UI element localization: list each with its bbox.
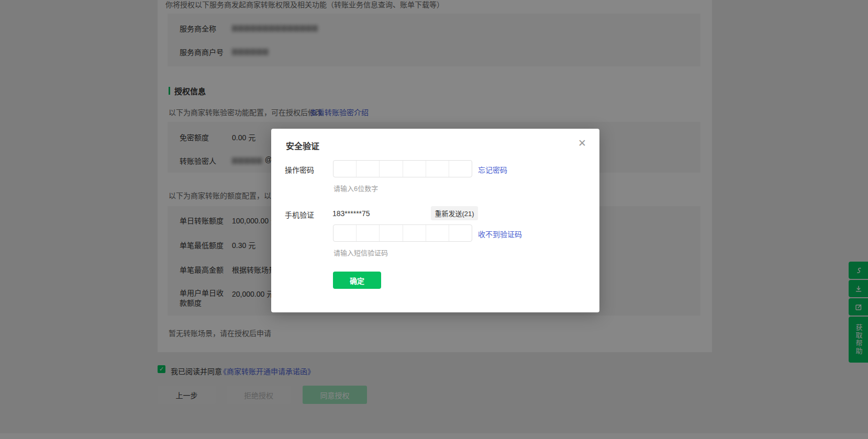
security-verification-modal: 安全验证 ✕ 操作密码 忘记密码 请输入6位数字 手机验证 183******7… [271,129,599,312]
password-digit-cell [426,161,449,177]
cannot-receive-code-link[interactable]: 收不到验证码 [478,229,522,239]
sms-digit-cell [357,225,380,241]
sms-digit-cell [426,225,449,241]
password-digit-cell [449,161,472,177]
sms-digit-cell [449,225,472,241]
operation-password-label: 操作密码 [285,164,314,175]
close-icon[interactable]: ✕ [576,137,588,150]
sms-digit-cell [380,225,403,241]
modal-title: 安全验证 [286,139,319,152]
password-digit-cell [357,161,380,177]
operation-password-input[interactable] [333,160,472,177]
resend-code-button[interactable]: 重新发送(21) [431,206,478,220]
password-hint: 请输入6位数字 [333,183,378,193]
masked-phone-number: 183******75 [332,209,370,218]
sms-digit-cell [403,225,426,241]
password-digit-cell [333,161,357,177]
password-digit-cell [403,161,426,177]
sms-hint: 请输入短信验证码 [333,247,388,257]
sms-digit-cell [333,225,357,241]
sms-code-input[interactable] [333,224,472,242]
confirm-button[interactable]: 确定 [333,272,381,289]
forgot-password-link[interactable]: 忘记密码 [478,164,507,175]
password-digit-cell [380,161,403,177]
phone-verification-label: 手机验证 [285,209,314,220]
merchant-authorization-page: 你将授权以下服务商发起商家转账权限及相关功能（转账业务信息查询、账单下载等） 服… [0,0,868,439]
